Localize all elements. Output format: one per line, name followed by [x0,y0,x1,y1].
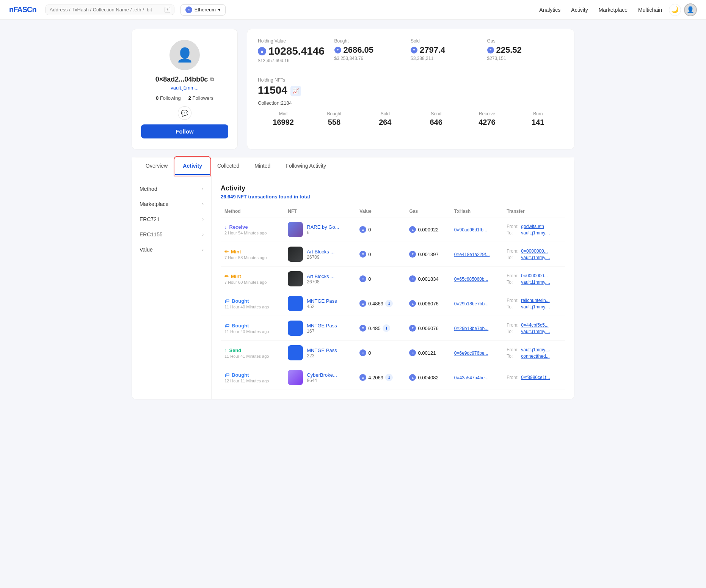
txhash-link[interactable]: 0×90ad96d1fb... [454,227,487,233]
filter-marketplace-label: Marketplace [140,201,168,207]
search-input[interactable] [50,7,162,13]
chain-selector[interactable]: Ξ Ethereum ▾ [180,4,226,16]
download-icon[interactable]: ⬇ [383,324,390,332]
nft-name[interactable]: Art Blocks ... [307,249,334,255]
txhash-link[interactable]: 0×29b18be7bb... [454,326,488,331]
transfer-cell: From: 0×0000000... To: vault.j1mmy.... [503,267,565,291]
txhash-link[interactable]: 0×65c685060b... [454,277,488,282]
nft-count-row: 11504 📈 [258,84,563,96]
download-icon[interactable]: ⬇ [385,300,393,307]
filter-method-label: Method [140,186,157,192]
theme-toggle[interactable]: 🌙 [669,4,681,16]
transfer-from-addr[interactable]: relichunterin... [521,298,549,303]
txhash-link[interactable]: 0×e418e1a229f... [454,252,490,257]
nav-marketplace[interactable]: Marketplace [595,5,631,15]
page-content: 👤 0×8ad2...04bb0c ⧉ vault.j1mm... 0 Foll… [126,20,580,409]
txhash-link[interactable]: 0×6e9dc976be... [454,351,488,356]
mint-stat: Mint 16992 [258,111,309,127]
tab-following-activity[interactable]: Following Activity [278,157,334,175]
transfer-to-addr[interactable]: vault.j1mmy.... [521,230,550,236]
transfer-from-addr[interactable]: 0×44cbf5c5... [521,322,548,328]
table-row: 🏷 Bought 12 Hour 11 Minutes ago CyberBro… [221,365,565,390]
nft-name[interactable]: Art Blocks ... [307,274,334,279]
txhash-cell: 0×6e9dc976be... [450,341,503,365]
nft-name[interactable]: MNTGE Pass [307,347,337,353]
sold-value: 2797.4 [420,45,445,55]
transfer-to-addr[interactable]: vault.j1mmy.... [521,280,550,285]
nft-info: Art Blocks ... 26708 [307,274,334,285]
follow-button[interactable]: Follow [141,124,228,138]
user-avatar[interactable]: 👤 [684,3,697,16]
tab-minted[interactable]: Minted [247,157,278,175]
value-cell: Ξ 0 [356,267,405,291]
txhash-link[interactable]: 0×43a547a4be... [454,375,488,380]
method-time: 11 Hour 40 Minutes ago [224,329,280,334]
filter-marketplace[interactable]: Marketplace › [132,197,211,212]
gas-cell: Ξ 0.001397 [405,242,450,267]
nav-multichain[interactable]: Multichain [634,5,666,15]
download-icon[interactable]: ⬇ [385,374,393,381]
bought-value: 2686.05 [344,45,374,55]
method-time: 11 Hour 40 Minutes ago [224,305,280,309]
nft-id: 223 [307,353,337,358]
transfer-from-addr[interactable]: vault.j1mmy.... [521,347,550,352]
filter-erc721[interactable]: ERC721 › [132,212,211,227]
transfer-to-addr[interactable]: vault.j1mmy.... [521,304,550,310]
method-cell: 🏷 Bought 11 Hour 40 Minutes ago [221,291,284,316]
nft-count: 11504 [258,84,287,96]
transfer-from-addr[interactable]: 0×f8986ce1f... [521,375,550,380]
activity-main: Activity 26,649 NFT transactions found i… [212,175,574,399]
transfer-to-addr[interactable]: vault.j1mmy.... [521,329,550,334]
tab-collected[interactable]: Collected [210,157,247,175]
chain-label: Ethereum [195,7,216,13]
nft-name[interactable]: MNTGE Pass [307,323,337,329]
search-bar[interactable]: / [45,5,174,15]
nft-thumbnail [288,247,303,262]
transfer-to-addr[interactable]: connectthed... [521,354,549,359]
nft-name[interactable]: RARE by Go... [307,224,339,230]
method-cell: 🏷 Bought 12 Hour 11 Minutes ago [221,365,284,390]
tab-overview[interactable]: Overview [138,157,175,175]
filter-method[interactable]: Method › [132,181,211,197]
message-button[interactable]: 💬 [178,106,191,120]
nav-activity[interactable]: Activity [567,5,591,15]
method-icon: ✏ [224,274,229,279]
filter-sidebar: Method › Marketplace › ERC721 › ERC1155 … [132,175,212,399]
nft-name[interactable]: CyberBroke... [307,372,337,378]
transfer-from-addr[interactable]: 0×0000000... [521,273,548,278]
eth-value-icon: Ξ [359,251,366,258]
nav-analytics[interactable]: Analytics [535,5,564,15]
holding-value-usd: $12,457,694.16 [258,58,334,63]
value-amount: 4.2069 [368,375,383,380]
transfer-from-addr[interactable]: 0×0000000... [521,248,548,254]
following-count: 0 Following [156,95,181,101]
transfer-to-addr[interactable]: vault.j1mmy.... [521,255,550,260]
stats-top: Holding Value Ξ 10285.4146 $12,457,694.1… [258,38,563,71]
eth-icon-bought: Ξ [334,47,341,53]
filter-erc1155[interactable]: ERC1155 › [132,227,211,242]
tab-activity[interactable]: Activity [175,157,210,175]
table-row: 🏷 Bought 11 Hour 40 Minutes ago MNTGE Pa… [221,316,565,341]
copy-address-icon[interactable]: ⧉ [210,76,214,83]
eth-icon: Ξ [258,47,266,55]
method-time: 12 Hour 11 Minutes ago [224,379,280,383]
chevron-right-icon: › [202,201,204,207]
transfer-from-addr[interactable]: godwits.eth [521,224,544,229]
ethereum-icon: Ξ [185,6,192,13]
filter-value-label: Value [140,247,153,253]
method-time: 7 Hour 60 Minutes ago [224,280,280,285]
transfer-to: To: vault.j1mmy.... [507,255,561,260]
method-label: ↓ Receive [224,224,280,230]
transfer-to: To: vault.j1mmy.... [507,230,561,236]
gas-cell: Ξ 0.000922 [405,217,450,242]
txhash-cell: 0×29b18be7bb... [450,316,503,341]
txhash-link[interactable]: 0×29b18be7bb... [454,301,488,307]
filter-value[interactable]: Value › [132,242,211,257]
holding-nfts-section: Holding NFTs 11504 📈 Collection:2184 [258,77,563,106]
activity-title: Activity [221,184,565,192]
method-label: 🏷 Bought [224,372,280,378]
method-cell: 🏷 Bought 11 Hour 40 Minutes ago [221,316,284,341]
transfer-from: From: vault.j1mmy.... [507,347,561,352]
nft-name[interactable]: MNTGE Pass [307,298,337,304]
gas-amount: 0.000922 [418,227,438,233]
